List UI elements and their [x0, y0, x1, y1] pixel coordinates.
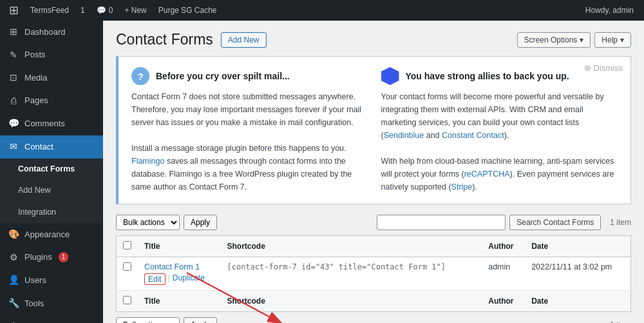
foot-col-date: Date — [525, 291, 630, 312]
sidebar-item-pages[interactable]: ⎙ Pages — [0, 90, 103, 113]
shield-icon — [381, 67, 399, 85]
table-controls-top: Bulk actions Apply Search Contact Forms … — [116, 215, 631, 230]
admin-bar: ⊞ TermsFeed 1 💬 0 + New Purge SG Cache H… — [0, 0, 644, 21]
pages-icon: ⎙ — [8, 95, 19, 108]
col-author: Author — [482, 236, 525, 257]
dismiss-x-icon: ⊗ — [584, 63, 591, 73]
info-col-left: ? Before you cry over spilt mail... Cont… — [131, 67, 368, 193]
apply-button-top[interactable]: Apply — [184, 215, 217, 230]
search-controls: Search Contact Forms 1 item — [377, 215, 631, 230]
sidebar-item-tools[interactable]: 🔧 Tools — [0, 292, 103, 315]
sidebar-item-media[interactable]: ⊡ Media — [0, 66, 103, 90]
sidebar-item-label: Plugins — [24, 251, 52, 263]
table-body: Contact Form 1 Edit | Duplicate [contact… — [117, 257, 631, 291]
info-box: ⊗ Dismiss ? Before you cry over spilt ma… — [116, 56, 631, 204]
page-layout: ⊞ Dashboard ✎ Posts ⊡ Media ⎙ Pages 💬 Co… — [0, 21, 644, 323]
info-box-content: ? Before you cry over spilt mail... Cont… — [131, 67, 618, 193]
sidebar-item-label: Media — [24, 72, 47, 84]
screen-options-button[interactable]: Screen Options ▾ — [517, 32, 591, 48]
sendinblue-link[interactable]: Sendinblue — [384, 131, 424, 140]
row-author-cell: admin — [482, 257, 525, 291]
row-date-cell: 2022/11/11 at 3:02 pm — [525, 257, 630, 291]
foot-col-author: Author — [482, 291, 525, 312]
sidebar-item-contact-forms[interactable]: Contact Forms — [0, 159, 103, 181]
page-title: Contact Forms — [116, 31, 213, 48]
sidebar: ⊞ Dashboard ✎ Posts ⊡ Media ⎙ Pages 💬 Co… — [0, 21, 103, 323]
sidebar-item-label: Posts — [24, 49, 46, 61]
plugins-badge: 1 — [59, 252, 69, 262]
stripe-link[interactable]: Stripe — [451, 182, 473, 191]
sidebar-item-settings[interactable]: ⚙ Settings — [0, 315, 103, 323]
info-body-left: Contact Form 7 does not store submitted … — [131, 90, 368, 193]
recaptcha-link[interactable]: reCAPTCHA — [464, 170, 510, 179]
apply-button-bottom[interactable]: Apply — [184, 317, 217, 323]
contact-form-1-link[interactable]: Contact Form 1 — [144, 262, 200, 271]
users-icon: 👤 — [8, 274, 19, 287]
bulk-actions-select-bottom[interactable]: Bulk actions — [116, 317, 180, 323]
col-title: Title — [138, 236, 220, 257]
sidebar-item-contact[interactable]: ✉ Contact — [0, 135, 103, 159]
header-buttons: Screen Options ▾ Help ▾ — [517, 32, 631, 48]
title-row: Contact Forms Add New — [116, 31, 267, 48]
search-contact-forms-button[interactable]: Search Contact Forms — [509, 215, 601, 230]
admin-bar-purge[interactable]: Purge SG Cache — [155, 0, 221, 21]
row-checkbox-cell — [117, 257, 138, 291]
bulk-actions-bottom: Bulk actions Apply — [116, 317, 217, 323]
foot-col-title: Title — [138, 291, 220, 312]
table-row: Contact Form 1 Edit | Duplicate [contact… — [117, 257, 631, 291]
constant-contact-link[interactable]: Constant Contact — [442, 131, 504, 140]
flamingo-link[interactable]: Flamingo — [131, 157, 164, 166]
table-footer-row: Title Shortcode Author Date — [117, 291, 631, 312]
admin-bar-comments[interactable]: 💬 0 — [93, 0, 117, 21]
sidebar-item-comments[interactable]: 💬 Comments — [0, 112, 103, 135]
help-button[interactable]: Help ▾ — [594, 32, 631, 48]
sidebar-item-label: Dashboard — [24, 26, 66, 38]
sidebar-item-users[interactable]: 👤 Users — [0, 269, 103, 292]
row-title-cell: Contact Form 1 Edit | Duplicate — [138, 257, 220, 291]
contact-forms-table: Title Shortcode Author Date Contact Form… — [116, 235, 631, 312]
settings-icon: ⚙ — [8, 320, 19, 323]
search-input[interactable] — [377, 215, 506, 230]
sidebar-item-label: Appearance — [24, 229, 70, 240]
item-count-bottom: 1 item — [610, 320, 631, 323]
select-all-checkbox[interactable] — [123, 241, 131, 250]
main-header: Contact Forms Add New Screen Options ▾ H… — [116, 31, 631, 48]
foot-select-all-checkbox[interactable] — [123, 296, 131, 304]
dismiss-button[interactable]: ⊗ Dismiss — [584, 63, 623, 73]
add-new-button[interactable]: Add New — [221, 32, 267, 48]
sidebar-item-posts[interactable]: ✎ Posts — [0, 44, 103, 67]
sidebar-item-label: Settings — [24, 320, 55, 323]
foot-col-checkbox — [117, 291, 138, 312]
bulk-actions-select-top[interactable]: Bulk actions — [116, 215, 180, 230]
duplicate-link[interactable]: Duplicate — [173, 273, 205, 285]
info-header-right: You have strong allies to back you up. — [381, 67, 618, 85]
sidebar-item-label: Tools — [24, 298, 44, 309]
wp-logo[interactable]: ⊞ — [5, 0, 23, 21]
info-header-left: ? Before you cry over spilt mail... — [131, 67, 368, 85]
dismiss-label: Dismiss — [594, 63, 623, 73]
sidebar-item-label: Contact — [24, 141, 53, 153]
contact-icon: ✉ — [8, 141, 19, 153]
sidebar-item-label: Users — [24, 275, 46, 286]
admin-bar-right: Howdy, admin — [580, 6, 639, 15]
sidebar-item-appearance[interactable]: 🎨 Appearance — [0, 223, 103, 246]
action-separator: | — [168, 273, 170, 285]
row-checkbox[interactable] — [123, 262, 131, 271]
sidebar-item-plugins[interactable]: ⚙ Plugins 1 — [0, 246, 103, 269]
sidebar-item-label: Pages — [24, 95, 48, 106]
table-foot: Title Shortcode Author Date — [117, 291, 631, 312]
contact-forms-label: Contact Forms — [18, 164, 75, 175]
foot-col-shortcode: Shortcode — [220, 291, 482, 312]
main-content: Contact Forms Add New Screen Options ▾ H… — [103, 21, 644, 323]
sidebar-item-integration[interactable]: Integration — [0, 202, 103, 224]
col-shortcode: Shortcode — [220, 236, 482, 257]
admin-bar-new[interactable]: + New — [120, 0, 150, 21]
sidebar-item-dashboard[interactable]: ⊞ Dashboard — [0, 21, 103, 44]
admin-bar-site[interactable]: TermsFeed — [26, 0, 73, 21]
edit-link[interactable]: Edit — [144, 273, 166, 285]
sidebar-item-add-new[interactable]: Add New — [0, 180, 103, 202]
appearance-icon: 🎨 — [8, 228, 19, 241]
col-date: Date — [525, 236, 630, 257]
question-icon: ? — [131, 67, 149, 85]
admin-bar-updates[interactable]: 1 — [77, 0, 89, 21]
